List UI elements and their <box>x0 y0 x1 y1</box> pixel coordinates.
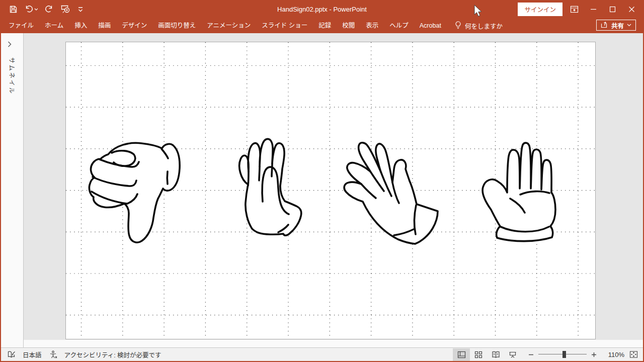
close-icon[interactable] <box>624 2 639 16</box>
title-bar: HandSign02.pptx - PowerPoint サインイン <box>1 0 643 18</box>
ribbon-tab-5[interactable]: 画面切り替え <box>152 18 201 33</box>
ribbon-tab-bar: ファイルホーム挿入描画デザイン画面切り替えアニメーションスライド ショー記録校閲… <box>1 18 643 33</box>
ribbon-tab-8[interactable]: 記録 <box>313 18 337 33</box>
proofing-icon[interactable] <box>7 351 16 358</box>
zoom-level[interactable]: 110% <box>601 351 624 358</box>
lightbulb-icon <box>455 21 461 31</box>
sign-in-button[interactable]: サインイン <box>518 3 562 16</box>
quick-access-toolbar <box>9 0 84 18</box>
zoom-slider[interactable] <box>538 350 587 358</box>
ribbon-tab-3[interactable]: 描画 <box>93 18 116 33</box>
expand-panel-chevron-icon[interactable] <box>8 40 12 49</box>
ribbon-tabs: ファイルホーム挿入描画デザイン画面切り替えアニメーションスライド ショー記録校閲… <box>1 18 447 33</box>
statusbar-left: 日本語 アクセシビリティ: 検討が必要です <box>1 350 162 359</box>
ribbon-display-options-icon[interactable] <box>567 2 582 16</box>
hand-flat-side[interactable] <box>234 135 307 243</box>
zoom-slider-thumb[interactable] <box>562 351 566 358</box>
workspace: サムネイル <box>1 33 643 340</box>
ribbon-tab-4[interactable]: デザイン <box>116 18 152 33</box>
reading-view-button[interactable] <box>487 348 504 361</box>
tell-me-box[interactable]: 何をしますか <box>455 21 503 31</box>
maximize-icon[interactable] <box>605 2 620 16</box>
ribbon-tab-2[interactable]: 挿入 <box>69 18 93 33</box>
accessibility-icon[interactable] <box>49 350 57 358</box>
thumbnail-panel[interactable]: サムネイル <box>1 33 24 340</box>
normal-view-button[interactable] <box>453 348 470 361</box>
redo-icon[interactable] <box>45 5 53 14</box>
share-label: 共有 <box>611 21 624 30</box>
thumbnail-panel-label: サムネイル <box>8 57 17 95</box>
titlebar-right-controls: サインイン <box>518 0 639 18</box>
slide-canvas[interactable] <box>65 42 596 339</box>
zoom-control: 110% <box>528 350 624 358</box>
ribbon-tab-12[interactable]: Acrobat <box>414 18 447 33</box>
accessibility-status-label[interactable]: アクセシビリティ: 検討が必要です <box>64 350 162 359</box>
hand-waving[interactable] <box>340 130 445 248</box>
hand-thumbs-down[interactable] <box>88 137 181 245</box>
ribbon-tab-9[interactable]: 校閲 <box>337 18 360 33</box>
ribbon-tab-11[interactable]: ヘルプ <box>384 18 414 33</box>
start-slideshow-icon[interactable] <box>60 5 70 14</box>
ribbon-tab-6[interactable]: アニメーション <box>201 18 256 33</box>
powerpoint-window: HandSign02.pptx - PowerPoint サインイン <box>0 0 644 362</box>
ribbon-tab-10[interactable]: 表示 <box>360 18 384 33</box>
share-button[interactable]: 共有 <box>596 20 636 31</box>
ribbon-tab-7[interactable]: スライド ショー <box>256 18 313 33</box>
save-icon[interactable] <box>9 5 18 14</box>
statusbar-right: 110% <box>453 348 643 361</box>
horizontal-scroll-strip[interactable] <box>1 340 643 347</box>
minimize-icon[interactable] <box>586 2 601 16</box>
zoom-out-icon[interactable] <box>528 352 534 357</box>
slide-sorter-button[interactable] <box>470 348 487 361</box>
mouse-cursor <box>473 5 484 20</box>
customize-quick-access-icon[interactable] <box>77 6 84 13</box>
tell-me-label: 何をしますか <box>465 21 503 31</box>
slide-show-button[interactable] <box>504 348 521 361</box>
ribbon-tab-1[interactable]: ホーム <box>39 18 69 33</box>
undo-icon[interactable] <box>25 5 38 14</box>
zoom-in-icon[interactable] <box>591 352 597 357</box>
ribbon-tab-0[interactable]: ファイル <box>3 18 39 33</box>
share-caret-icon <box>627 24 631 27</box>
language-label[interactable]: 日本語 <box>23 350 42 359</box>
status-bar: 日本語 アクセシビリティ: 検討が必要です <box>1 347 643 361</box>
share-icon <box>601 21 608 30</box>
hand-open-palm[interactable] <box>477 136 565 244</box>
fit-slide-to-window-icon[interactable] <box>629 350 638 358</box>
